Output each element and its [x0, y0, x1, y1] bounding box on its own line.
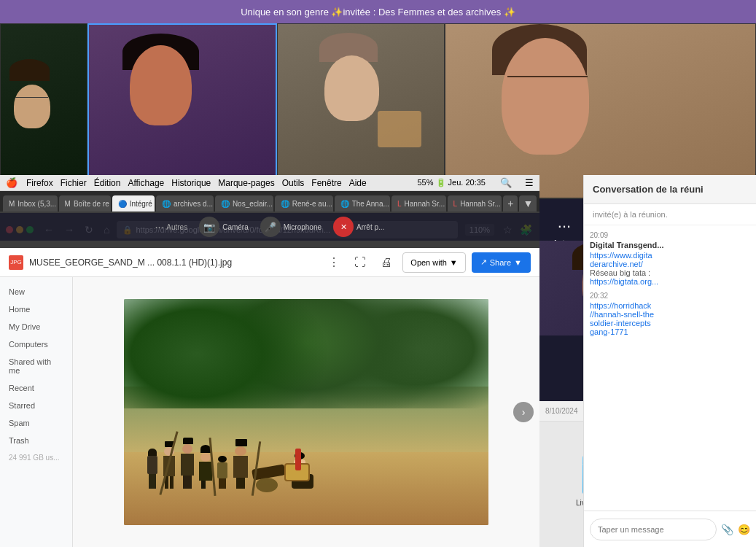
tab-anna[interactable]: 🌐 The Anna...: [335, 195, 390, 212]
gdrive-topbar: JPG MUSEE_GEORGE_SAND_M ... 008.1.1 (HD)…: [0, 248, 539, 277]
menu-aide[interactable]: Aide: [349, 178, 367, 188]
browser-tabs: M Inbox (5,3... M Boîte de re 🔵 Intégré …: [0, 191, 539, 212]
open-with-label: Open with: [410, 258, 447, 267]
file-icon: JPG: [9, 255, 23, 270]
notification-text: Unique en son genre ✨invitée : Des Femme…: [241, 7, 515, 18]
chat-title: Conversation de la réuni: [593, 184, 704, 195]
menu-fichier[interactable]: Fichier: [61, 178, 87, 188]
more-actions-button[interactable]: ⋮: [324, 252, 344, 273]
gdrive-viewer: JPG MUSEE_GEORGE_SAND_M ... 008.1.1 (HD)…: [0, 248, 539, 547]
more-icon: ···: [558, 217, 571, 236]
fullscreen-button[interactable]: ⛶: [350, 252, 370, 273]
filename: MUSEE_GEORGE_SAND_M ... 008.1.1 (HD)(1).…: [29, 257, 318, 268]
menu-fenetre[interactable]: Fenêtre: [311, 178, 341, 188]
sidebar-item-mydrive[interactable]: My Drive: [0, 318, 72, 335]
msg-link-2c[interactable]: soldier-intercepts: [590, 319, 750, 327]
end-call-icon: ✕: [333, 217, 354, 237]
msg-time-2: 20:32: [590, 292, 750, 300]
chat-header: Conversation de la réuni: [584, 175, 756, 204]
share-icon: ↗: [480, 257, 487, 267]
video-tile-2: [87, 23, 277, 198]
tab-integre[interactable]: 🔵 Intégré: [112, 195, 155, 212]
chat-subheader-text: invité(e) à la réunion.: [593, 210, 668, 219]
meeting-controls-bar: ··· Autres 📷 Caméra 🎤 Microphone ✕ Arrêt…: [0, 213, 539, 241]
sidebar-item-storage: 24 991 GB us...: [0, 449, 72, 466]
mac-menubar: 🍎 Firefox Fichier Édition Affichage Hist…: [0, 175, 539, 191]
sidebar-item-new[interactable]: New: [0, 283, 72, 300]
tab-hannah1[interactable]: L Hannah Sr...: [391, 195, 446, 212]
mac-menu-items: Firefox Fichier Édition Affichage Histor…: [26, 178, 367, 188]
chevron-down-icon: ▼: [450, 258, 458, 267]
tab-chevron[interactable]: ▼: [519, 195, 537, 212]
chat-input[interactable]: [590, 519, 717, 540]
menu-outils[interactable]: Outils: [282, 178, 305, 188]
chat-message-1: 20:09 Digital Transgend... https://www.d…: [590, 231, 750, 286]
menu-firefox[interactable]: Firefox: [26, 178, 53, 188]
meeting-camera-btn[interactable]: 📷 Caméra: [199, 217, 249, 237]
video-tile-4: [445, 23, 756, 198]
tab-hannah2[interactable]: L Hannah Sr...: [448, 195, 502, 212]
video-tile-1: [0, 23, 87, 198]
msg-sender-1: Digital Transgend...: [590, 241, 750, 249]
share-label: Share: [490, 258, 511, 267]
sidebar-item-computers[interactable]: Computers: [0, 335, 72, 353]
msg-link-1b[interactable]: derarchive.net/: [590, 260, 750, 268]
share-button[interactable]: ↗ Share ▼: [472, 252, 531, 273]
msg-link-1c[interactable]: https://bigtata.org...: [590, 277, 750, 286]
chat-messages: 20:09 Digital Transgend... https://www.d…: [584, 225, 756, 511]
msg-link-2b[interactable]: //hannah-snell-the: [590, 310, 750, 319]
tab-rene[interactable]: 🌐 René-e au...: [275, 195, 333, 212]
tab-inbox[interactable]: M Inbox (5,3...: [3, 195, 58, 212]
video-area: [0, 23, 756, 198]
meeting-end-btn[interactable]: ✕ Arrêt p...: [333, 217, 384, 237]
msg-link-2a[interactable]: https://horridhack: [590, 301, 750, 310]
msg-time-1: 20:09: [590, 231, 750, 239]
msg-link-2d[interactable]: gang-1771: [590, 327, 750, 336]
print-button[interactable]: 🖨: [376, 252, 397, 273]
menu-marque-pages[interactable]: Marque-pages: [218, 178, 274, 188]
painting: [124, 299, 488, 525]
tab-archives[interactable]: 🌐 archives d...: [156, 195, 214, 212]
tab-nos-eclair[interactable]: 🌐 Nos_eclair...: [215, 195, 273, 212]
sidebar-item-recent[interactable]: Recent: [0, 379, 72, 397]
sidebar-item-starred[interactable]: Starred: [0, 397, 72, 414]
image-view: ›: [73, 277, 539, 547]
tab-boite[interactable]: M Boîte de re: [59, 195, 111, 212]
sidebar-item-trash[interactable]: Trash: [0, 432, 72, 449]
menu-affichage[interactable]: Affichage: [128, 178, 164, 188]
microphone-icon: 🎤: [260, 217, 281, 237]
meeting-others-btn[interactable]: ··· Autres: [155, 221, 188, 233]
emoji-reaction-button[interactable]: 😊: [738, 524, 750, 535]
gdrive-sidebar: New Home My Drive Computers Shared with …: [0, 277, 73, 547]
notification-bar: Unique en son genre ✨invitée : Des Femme…: [0, 0, 756, 23]
menu-icon[interactable]: ☰: [525, 177, 534, 188]
system-time: 55% 🔋 Jeu. 20:35: [417, 178, 486, 187]
share-chevron-icon: ▼: [514, 258, 522, 267]
search-icon[interactable]: 🔍: [500, 177, 512, 188]
send-file-button[interactable]: 📎: [721, 524, 733, 535]
msg-text-1: Réseau big tata :: [590, 268, 750, 277]
next-image-button[interactable]: ›: [513, 402, 534, 422]
camera-ctrl-icon: 📷: [199, 217, 219, 237]
menu-historique[interactable]: Historique: [171, 178, 211, 188]
apple-menu[interactable]: 🍎: [6, 177, 17, 188]
gdrive-content: New Home My Drive Computers Shared with …: [0, 277, 539, 547]
video-tile-3: [277, 23, 445, 198]
tab-add[interactable]: +: [503, 195, 517, 212]
sidebar-item-home[interactable]: Home: [0, 300, 72, 318]
meeting-microphone-btn[interactable]: 🎤 Microphone: [260, 217, 322, 237]
sidebar-item-spam[interactable]: Spam: [0, 414, 72, 432]
open-with-button[interactable]: Open with ▼: [402, 252, 465, 273]
date-label: 8/10/2024: [545, 407, 578, 415]
chat-input-area: 📎 😊: [584, 511, 756, 547]
menu-edition[interactable]: Édition: [94, 178, 121, 188]
msg-link-1a[interactable]: https://www.digita: [590, 251, 750, 260]
chat-message-2: 20:32 https://horridhack //hannah-snell-…: [590, 292, 750, 336]
chat-subheader: invité(e) à la réunion.: [584, 204, 756, 225]
chat-panel: Conversation de la réuni invité(e) à la …: [583, 175, 756, 547]
sidebar-item-shared[interactable]: Shared with me: [0, 353, 72, 379]
